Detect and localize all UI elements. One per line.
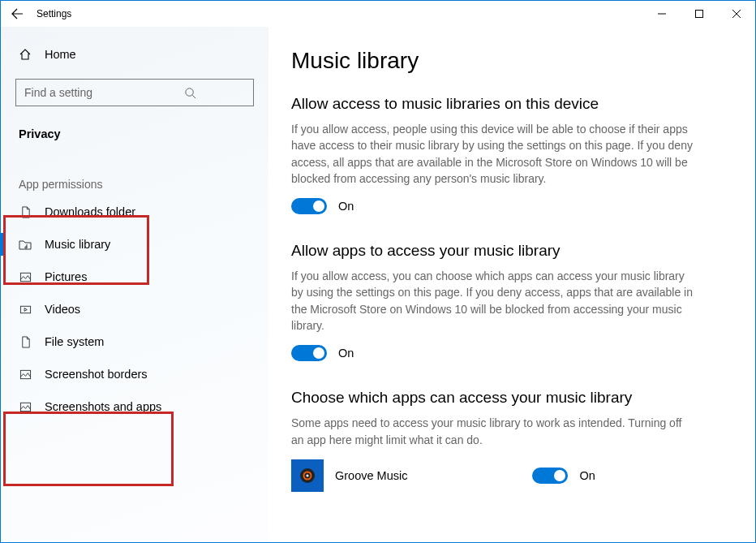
back-button[interactable] [6, 2, 28, 25]
section-header: App permissions [1, 142, 268, 196]
app-row: Groove Music On [291, 459, 726, 492]
toggle-device-access[interactable] [291, 198, 327, 214]
toggle-label: On [579, 469, 595, 482]
sidebar-item-pictures[interactable]: Pictures [1, 261, 268, 293]
sidebar-item-videos[interactable]: Videos [1, 293, 268, 325]
music-folder-icon [19, 238, 32, 251]
search-icon [135, 86, 245, 99]
section2-desc: If you allow access, you can choose whic… [291, 268, 697, 334]
section2-title: Allow apps to access your music library [291, 242, 726, 260]
toggle-label: On [338, 200, 354, 213]
page-title: Music library [291, 48, 726, 74]
minimize-icon [658, 10, 666, 18]
sidebar: Home Find a setting Privacy App permissi… [1, 27, 268, 542]
maximize-button[interactable] [681, 2, 718, 26]
search-input[interactable]: Find a setting [15, 79, 254, 106]
arrow-left-icon [11, 7, 24, 20]
maximize-icon [695, 10, 703, 18]
sidebar-item-label: Screenshots and apps [45, 400, 161, 413]
section2-toggle-row: On [291, 345, 726, 361]
section1-desc: If you allow access, people using this d… [291, 121, 697, 187]
section3-title: Choose which apps can access your music … [291, 389, 726, 407]
app-toggle-wrap: On [532, 468, 595, 484]
section3-desc: Some apps need to access your music libr… [291, 415, 697, 448]
titlebar: Settings [1, 1, 755, 27]
search-placeholder: Find a setting [24, 86, 135, 99]
toggle-apps-access[interactable] [291, 345, 327, 361]
picture-icon [19, 368, 32, 381]
groove-music-icon [291, 459, 324, 492]
section1-title: Allow access to music libraries on this … [291, 95, 726, 113]
section1-toggle-row: On [291, 198, 726, 214]
sidebar-item-label: Music library [45, 238, 110, 251]
svg-point-2 [25, 247, 27, 248]
sidebar-item-file-system[interactable]: File system [1, 325, 268, 358]
document-icon [19, 205, 32, 218]
document-icon [19, 335, 32, 348]
video-icon [19, 303, 32, 316]
picture-icon [19, 400, 32, 413]
minimize-button[interactable] [643, 2, 681, 26]
toggle-label: On [338, 347, 354, 360]
settings-window: Settings Home Find a setting [0, 0, 756, 543]
home-nav[interactable]: Home [1, 41, 268, 67]
body: Home Find a setting Privacy App permissi… [1, 27, 755, 542]
main-content: Music library Allow access to music libr… [268, 27, 755, 542]
sidebar-item-downloads-folder[interactable]: Downloads folder [1, 196, 268, 228]
toggle-groove-music[interactable] [532, 468, 568, 484]
window-title: Settings [37, 8, 71, 19]
sidebar-item-screenshots-and-apps[interactable]: Screenshots and apps [1, 390, 268, 423]
sidebar-item-music-library[interactable]: Music library [1, 228, 268, 261]
window-controls [643, 2, 755, 26]
category-label: Privacy [1, 111, 268, 142]
sidebar-item-label: File system [45, 335, 104, 348]
sidebar-item-label: Screenshot borders [45, 368, 148, 381]
svg-point-1 [185, 88, 192, 95]
svg-point-9 [306, 474, 308, 476]
home-label: Home [45, 48, 76, 61]
home-icon [19, 48, 32, 61]
sidebar-item-label: Videos [45, 303, 80, 316]
sidebar-item-label: Downloads folder [45, 205, 135, 218]
picture-icon [19, 270, 32, 283]
sidebar-item-screenshot-borders[interactable]: Screenshot borders [1, 358, 268, 390]
svg-rect-4 [20, 306, 30, 312]
svg-rect-0 [696, 11, 703, 18]
app-name: Groove Music [335, 469, 407, 482]
close-icon [732, 10, 741, 18]
close-button[interactable] [718, 2, 755, 26]
sidebar-item-label: Pictures [45, 270, 87, 283]
